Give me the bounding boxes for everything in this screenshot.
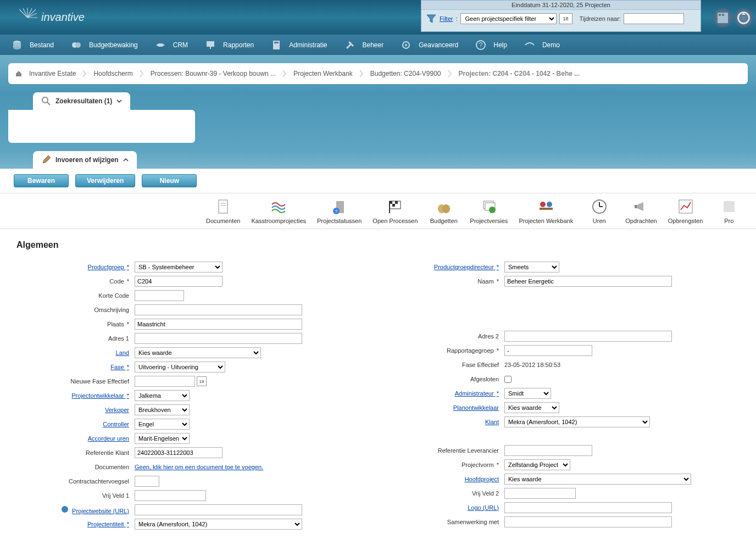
menu-budgetbewaking[interactable]: Budgetbewaking: [62, 35, 146, 55]
input-omschrijving[interactable]: [135, 304, 302, 315]
breadcrumb-item-0[interactable]: Invantive Estate: [27, 69, 78, 79]
breadcrumb-item-5[interactable]: Projecten: C204 - C204 - 1042 - Behe ...: [457, 69, 582, 79]
toolbar-documenten[interactable]: Documenten: [201, 198, 246, 224]
label-projectontwikkelaar[interactable]: Projectontwikkelaar *: [16, 392, 135, 399]
toolbar-budgetten[interactable]: Budgetten: [423, 198, 464, 224]
input-vrij-veld-2[interactable]: [504, 488, 576, 499]
input-nieuwe-fase-effectief[interactable]: [135, 376, 195, 387]
select-administrateur[interactable]: Smidt: [504, 388, 551, 399]
breadcrumb-item-4[interactable]: Budgetten: C204-V9900: [368, 69, 443, 79]
select-hoofdproject[interactable]: Kies waarde: [504, 474, 691, 485]
input-rapportagegroep[interactable]: [504, 345, 592, 356]
toolbar-open-processen[interactable]: Open Processen: [367, 198, 423, 224]
select-fase[interactable]: Uitvoering - Uitvoering: [135, 362, 225, 372]
label-projectentiteit[interactable]: Projectentiteit *: [16, 521, 135, 527]
link-documenten[interactable]: Geen, klik hier om een document toe te v…: [135, 464, 263, 470]
label-logo-url[interactable]: Logo (URL): [386, 504, 504, 511]
save-button[interactable]: Bewaren: [14, 174, 69, 187]
input-contractachtervoegsel[interactable]: [135, 476, 159, 487]
select-productgroepdirecteur[interactable]: Smeets: [504, 262, 559, 273]
label-hoofdproject[interactable]: Hoofdproject: [386, 476, 504, 482]
toolbar-uren[interactable]: Uren: [579, 198, 620, 224]
menu-help[interactable]: ? Help: [466, 35, 515, 55]
handshake-icon: [154, 39, 166, 51]
toolbar-more[interactable]: Pro: [708, 198, 749, 224]
menu-crm[interactable]: CRM: [146, 35, 196, 55]
top-header: invantive Einddatum 31-12-2020, 25 Proje…: [0, 0, 756, 35]
logo-text: invantive: [41, 11, 85, 24]
toolbar-projectversies[interactable]: Projectversies: [464, 198, 513, 224]
input-referentie-klant[interactable]: [135, 447, 223, 458]
menu-administratie[interactable]: Administratie: [262, 35, 335, 55]
select-accordeur-uren[interactable]: Marit-Engelsen: [135, 433, 190, 444]
select-land[interactable]: Kies waarde: [135, 347, 261, 358]
calendar-button[interactable]: 18: [559, 13, 572, 24]
refresh-icon[interactable]: [734, 8, 753, 27]
breadcrumb-item-1[interactable]: Hoofdscherm: [91, 69, 135, 79]
label-accordeur-uren[interactable]: Accordeur uren: [16, 435, 135, 442]
select-verkoper[interactable]: Breukhoven: [135, 404, 190, 415]
edit-tab[interactable]: Invoeren of wijzigen: [33, 151, 137, 169]
input-samenwerking-met[interactable]: [504, 516, 672, 527]
menu-geavanceerd[interactable]: Geavanceerd: [392, 35, 466, 55]
toolbar-kasstroomprojecties[interactable]: Kasstroomprojecties: [246, 198, 312, 224]
toolbar-projecten-werkbank[interactable]: Projecten Werkbank: [513, 198, 579, 224]
select-projectentiteit[interactable]: Mekra (Amersfoort, 1042): [135, 519, 302, 530]
input-adres2[interactable]: [504, 331, 672, 342]
select-controller[interactable]: Engel: [135, 419, 190, 430]
document-icon: [214, 198, 232, 215]
label-planontwikkelaar[interactable]: Planontwikkelaar: [386, 404, 504, 411]
menu-rapporten[interactable]: Rapporten: [196, 35, 262, 55]
label-controller[interactable]: Controller: [16, 421, 135, 427]
label-land[interactable]: Land: [16, 349, 135, 356]
select-klant[interactable]: Mekra (Amersfoort, 1042): [504, 416, 650, 427]
breadcrumb-item-2[interactable]: Processen: Bouwnr-39 - Verkoop bouwn ...: [148, 69, 278, 79]
input-projectwebsite[interactable]: [135, 504, 302, 515]
select-productgroep[interactable]: SB - Systeembeheer: [135, 262, 223, 273]
delete-button[interactable]: Verwijderen: [75, 174, 135, 187]
select-planontwikkelaar[interactable]: Kies waarde: [504, 402, 559, 413]
more-icon: [720, 198, 738, 215]
label-administrateur[interactable]: Administrateur *: [386, 390, 504, 397]
filter-icon: [426, 13, 437, 24]
input-vrij-veld-1[interactable]: [135, 490, 206, 501]
menu-beheer[interactable]: Beheer: [336, 35, 392, 55]
presentation-icon: [204, 39, 216, 51]
chevron-up-icon: [123, 157, 129, 163]
chevron-right-icon: [448, 70, 452, 77]
label-afgesloten: Afgesloten: [386, 376, 504, 382]
input-adres1[interactable]: [135, 333, 302, 344]
label-productgroep[interactable]: Productgroep *: [16, 264, 135, 270]
input-referentie-leverancier[interactable]: [504, 445, 592, 456]
menu-bestand[interactable]: Bestand: [3, 35, 62, 55]
toolbar-opdrachten[interactable]: Opdrachten: [620, 198, 662, 224]
select-projectontwikkelaar[interactable]: Jalkema: [135, 390, 190, 401]
input-korte-code[interactable]: [135, 290, 184, 301]
toolbar-projectstatussen[interactable]: ? Projectstatussen: [312, 198, 367, 224]
menu-demo[interactable]: Demo: [515, 35, 568, 55]
breadcrumb-item-3[interactable]: Projecten Werkbank: [291, 69, 355, 79]
label-productgroepdirecteur[interactable]: Productgroepdirecteur *: [386, 264, 504, 270]
form-right-column: Productgroepdirecteur * Smeets Naam * Ad…: [386, 261, 740, 530]
new-button[interactable]: Nieuw: [142, 174, 197, 187]
logo[interactable]: invantive: [0, 7, 85, 29]
search-results-tab[interactable]: Zoekresultaten (1): [33, 92, 130, 110]
home-icon[interactable]: [15, 70, 23, 77]
input-plaats[interactable]: [135, 319, 302, 330]
input-logo-url[interactable]: [504, 502, 672, 513]
svg-rect-1: [719, 14, 721, 16]
input-code[interactable]: [135, 276, 223, 287]
filter-label[interactable]: Filter: [440, 15, 453, 22]
select-projectvorm[interactable]: Zelfstandig Project: [504, 459, 570, 470]
label-klant[interactable]: Klant: [386, 419, 504, 425]
tijdreizen-input[interactable]: [624, 13, 684, 24]
checkbox-afgesloten[interactable]: [504, 376, 512, 383]
label-fase[interactable]: Fase *: [16, 364, 135, 370]
label-verkoper[interactable]: Verkoper: [16, 407, 135, 413]
filter-dropdown[interactable]: Geen projectspecifiek filter: [460, 13, 557, 24]
svg-point-6: [13, 46, 21, 49]
input-naam[interactable]: [504, 276, 672, 287]
building-icon[interactable]: [713, 8, 732, 27]
calendar-icon[interactable]: 18: [197, 376, 207, 386]
toolbar-opbrengsten[interactable]: Opbrengsten: [663, 198, 709, 224]
